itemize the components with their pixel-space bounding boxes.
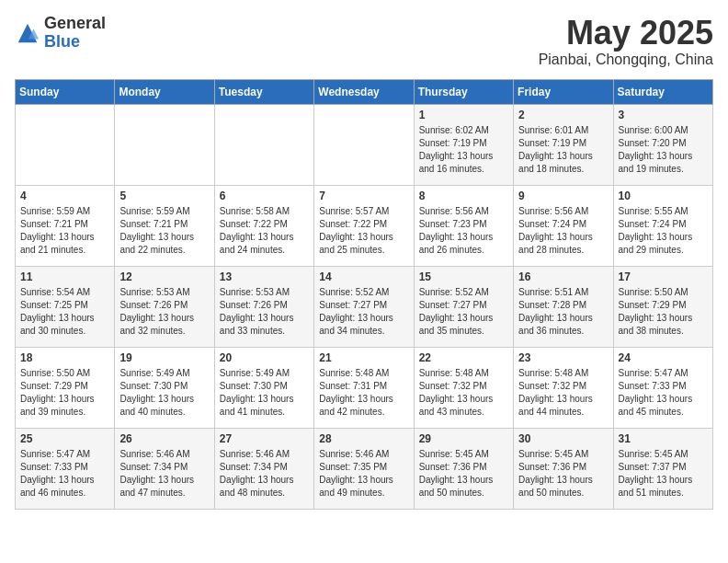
day-detail: Sunrise: 5:52 AM Sunset: 7:27 PM Dayligh… [419, 286, 508, 338]
calendar-cell: 11Sunrise: 5:54 AM Sunset: 7:25 PM Dayli… [16, 266, 115, 347]
calendar-cell: 10Sunrise: 5:55 AM Sunset: 7:24 PM Dayli… [613, 185, 712, 266]
day-detail: Sunrise: 5:56 AM Sunset: 7:23 PM Dayligh… [419, 205, 508, 257]
day-detail: Sunrise: 5:46 AM Sunset: 7:34 PM Dayligh… [220, 448, 309, 500]
calendar-cell: 30Sunrise: 5:45 AM Sunset: 7:36 PM Dayli… [514, 428, 613, 509]
day-number: 29 [419, 432, 508, 445]
calendar-cell: 13Sunrise: 5:53 AM Sunset: 7:26 PM Dayli… [214, 266, 313, 347]
logo-text: General Blue [44, 15, 106, 52]
calendar-cell: 12Sunrise: 5:53 AM Sunset: 7:26 PM Dayli… [115, 266, 214, 347]
calendar-cell: 31Sunrise: 5:45 AM Sunset: 7:37 PM Dayli… [613, 428, 712, 509]
day-number: 14 [319, 270, 408, 283]
calendar-cell: 17Sunrise: 5:50 AM Sunset: 7:29 PM Dayli… [613, 266, 712, 347]
calendar-cell: 26Sunrise: 5:46 AM Sunset: 7:34 PM Dayli… [115, 428, 214, 509]
day-detail: Sunrise: 5:47 AM Sunset: 7:33 PM Dayligh… [20, 448, 109, 500]
page-header: General Blue May 2025 Pianbai, Chongqing… [15, 15, 713, 68]
calendar-cell: 16Sunrise: 5:51 AM Sunset: 7:28 PM Dayli… [514, 266, 613, 347]
day-number: 24 [619, 351, 708, 364]
day-detail: Sunrise: 6:02 AM Sunset: 7:19 PM Dayligh… [419, 124, 508, 176]
calendar-cell: 24Sunrise: 5:47 AM Sunset: 7:33 PM Dayli… [613, 347, 712, 428]
calendar-cell: 7Sunrise: 5:57 AM Sunset: 7:22 PM Daylig… [314, 185, 414, 266]
day-number: 28 [319, 432, 408, 445]
calendar-week-row: 25Sunrise: 5:47 AM Sunset: 7:33 PM Dayli… [16, 428, 713, 509]
day-number: 30 [518, 432, 608, 445]
location: Pianbai, Chongqing, China [539, 52, 713, 68]
weekday-header-friday: Friday [514, 79, 613, 104]
weekday-header-saturday: Saturday [613, 79, 712, 104]
day-detail: Sunrise: 5:59 AM Sunset: 7:21 PM Dayligh… [20, 205, 109, 257]
weekday-header-thursday: Thursday [414, 79, 513, 104]
day-number: 15 [419, 270, 508, 283]
day-detail: Sunrise: 6:01 AM Sunset: 7:19 PM Dayligh… [518, 124, 608, 176]
calendar-cell: 21Sunrise: 5:48 AM Sunset: 7:31 PM Dayli… [314, 347, 414, 428]
day-detail: Sunrise: 5:50 AM Sunset: 7:29 PM Dayligh… [20, 367, 109, 419]
day-detail: Sunrise: 5:48 AM Sunset: 7:32 PM Dayligh… [419, 367, 508, 419]
day-detail: Sunrise: 5:55 AM Sunset: 7:24 PM Dayligh… [619, 205, 708, 257]
calendar-cell: 14Sunrise: 5:52 AM Sunset: 7:27 PM Dayli… [314, 266, 414, 347]
day-number: 19 [119, 351, 209, 364]
calendar-cell: 19Sunrise: 5:49 AM Sunset: 7:30 PM Dayli… [115, 347, 214, 428]
calendar-cell: 15Sunrise: 5:52 AM Sunset: 7:27 PM Dayli… [414, 266, 513, 347]
calendar-week-row: 1Sunrise: 6:02 AM Sunset: 7:19 PM Daylig… [16, 104, 713, 185]
calendar-cell: 9Sunrise: 5:56 AM Sunset: 7:24 PM Daylig… [514, 185, 613, 266]
calendar-cell: 3Sunrise: 6:00 AM Sunset: 7:20 PM Daylig… [613, 104, 712, 185]
day-detail: Sunrise: 5:48 AM Sunset: 7:32 PM Dayligh… [518, 367, 608, 419]
day-number: 25 [20, 432, 109, 445]
calendar-cell [314, 104, 414, 185]
calendar-cell: 2Sunrise: 6:01 AM Sunset: 7:19 PM Daylig… [514, 104, 613, 185]
day-number: 4 [20, 190, 109, 202]
day-number: 22 [419, 351, 508, 364]
weekday-header-tuesday: Tuesday [214, 79, 313, 104]
day-number: 10 [619, 190, 708, 202]
day-detail: Sunrise: 6:00 AM Sunset: 7:20 PM Dayligh… [619, 124, 708, 176]
calendar-cell: 6Sunrise: 5:58 AM Sunset: 7:22 PM Daylig… [214, 185, 313, 266]
day-detail: Sunrise: 5:53 AM Sunset: 7:26 PM Dayligh… [119, 286, 209, 338]
day-detail: Sunrise: 5:45 AM Sunset: 7:36 PM Dayligh… [518, 448, 608, 500]
day-number: 6 [220, 190, 309, 202]
calendar-cell: 4Sunrise: 5:59 AM Sunset: 7:21 PM Daylig… [16, 185, 115, 266]
title-area: May 2025 Pianbai, Chongqing, China [539, 15, 713, 68]
day-detail: Sunrise: 5:49 AM Sunset: 7:30 PM Dayligh… [220, 367, 309, 419]
month-title: May 2025 [539, 15, 713, 52]
day-number: 7 [319, 190, 408, 202]
day-number: 1 [419, 109, 508, 121]
calendar-week-row: 11Sunrise: 5:54 AM Sunset: 7:25 PM Dayli… [16, 266, 713, 347]
day-number: 11 [20, 270, 109, 283]
day-detail: Sunrise: 5:52 AM Sunset: 7:27 PM Dayligh… [319, 286, 408, 338]
day-detail: Sunrise: 5:45 AM Sunset: 7:36 PM Dayligh… [419, 448, 508, 500]
day-detail: Sunrise: 5:49 AM Sunset: 7:30 PM Dayligh… [119, 367, 209, 419]
day-number: 12 [119, 270, 209, 283]
calendar-cell: 25Sunrise: 5:47 AM Sunset: 7:33 PM Dayli… [16, 428, 115, 509]
weekday-header-wednesday: Wednesday [314, 79, 414, 104]
calendar-cell: 22Sunrise: 5:48 AM Sunset: 7:32 PM Dayli… [414, 347, 513, 428]
calendar-week-row: 4Sunrise: 5:59 AM Sunset: 7:21 PM Daylig… [16, 185, 713, 266]
calendar-table: SundayMondayTuesdayWednesdayThursdayFrid… [15, 79, 713, 510]
calendar-cell [16, 104, 115, 185]
day-detail: Sunrise: 5:46 AM Sunset: 7:34 PM Dayligh… [119, 448, 209, 500]
day-number: 5 [119, 190, 209, 202]
logo-general: General [44, 15, 106, 33]
day-detail: Sunrise: 5:54 AM Sunset: 7:25 PM Dayligh… [20, 286, 109, 338]
day-detail: Sunrise: 5:59 AM Sunset: 7:21 PM Dayligh… [119, 205, 209, 257]
day-number: 27 [220, 432, 309, 445]
day-detail: Sunrise: 5:45 AM Sunset: 7:37 PM Dayligh… [619, 448, 708, 500]
day-detail: Sunrise: 5:56 AM Sunset: 7:24 PM Dayligh… [518, 205, 608, 257]
day-detail: Sunrise: 5:48 AM Sunset: 7:31 PM Dayligh… [319, 367, 408, 419]
calendar-cell: 27Sunrise: 5:46 AM Sunset: 7:34 PM Dayli… [214, 428, 313, 509]
day-number: 26 [119, 432, 209, 445]
logo: General Blue [15, 15, 106, 52]
day-number: 31 [619, 432, 708, 445]
day-detail: Sunrise: 5:57 AM Sunset: 7:22 PM Dayligh… [319, 205, 408, 257]
day-detail: Sunrise: 5:46 AM Sunset: 7:35 PM Dayligh… [319, 448, 408, 500]
calendar-cell: 20Sunrise: 5:49 AM Sunset: 7:30 PM Dayli… [214, 347, 313, 428]
weekday-header-row: SundayMondayTuesdayWednesdayThursdayFrid… [16, 79, 713, 104]
calendar-cell [115, 104, 214, 185]
day-number: 20 [220, 351, 309, 364]
day-detail: Sunrise: 5:51 AM Sunset: 7:28 PM Dayligh… [518, 286, 608, 338]
day-number: 16 [518, 270, 608, 283]
calendar-cell: 8Sunrise: 5:56 AM Sunset: 7:23 PM Daylig… [414, 185, 513, 266]
day-number: 21 [319, 351, 408, 364]
logo-icon [15, 20, 40, 46]
calendar-cell: 5Sunrise: 5:59 AM Sunset: 7:21 PM Daylig… [115, 185, 214, 266]
calendar-week-row: 18Sunrise: 5:50 AM Sunset: 7:29 PM Dayli… [16, 347, 713, 428]
day-number: 9 [518, 190, 608, 202]
